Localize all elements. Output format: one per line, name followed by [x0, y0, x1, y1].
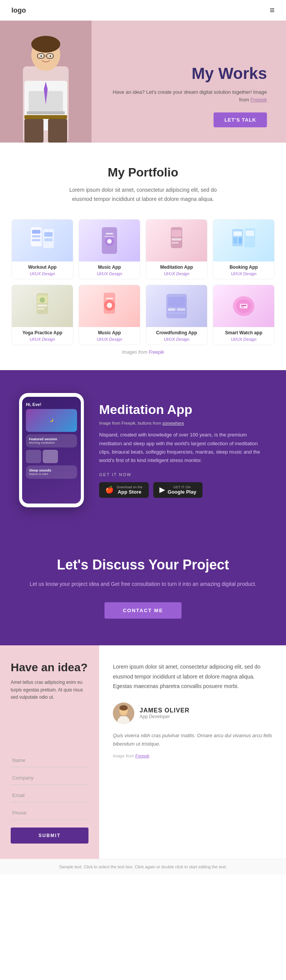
portfolio-item[interactable]: Smart Watch app UI/UX Design [213, 285, 275, 345]
play-store-button[interactable]: ▶ GET IT ON Google Play [153, 482, 202, 498]
discuss-description: Let us know your project idea and Get fr… [15, 580, 271, 589]
svg-rect-20 [32, 235, 40, 237]
svg-point-9 [50, 55, 51, 57]
svg-rect-15 [24, 119, 43, 143]
meditation-phone: Hi, Eve! 🌙 Featured session Morning medi… [19, 393, 84, 507]
portfolio-title: My Portfolio [11, 165, 275, 180]
portfolio-item[interactable]: Yoga Practice App UI/UX Design [11, 285, 73, 345]
meditation-content: Meditation App Image from Freepik, butto… [99, 402, 267, 497]
phone-dot [43, 450, 58, 463]
store-buttons: 🍎 Download on the App Store ▶ GET IT ON … [99, 482, 267, 498]
phone-card-1: Featured session Morning meditation [26, 434, 77, 447]
footer-text: Sample text. Click to select the text bo… [59, 865, 227, 869]
phone-img-block: 🌙 [26, 409, 77, 432]
portfolio-item[interactable]: Booking App UI/UX Design [213, 219, 275, 279]
portfolio-thumb-1 [12, 220, 73, 261]
author-row: JAMES OLIVER App Developer [113, 703, 272, 724]
portfolio-item-sublabel: UI/UX Design [213, 271, 274, 279]
author-img-note: Image from Freepik [113, 754, 272, 758]
portfolio-thumb-6 [79, 285, 140, 327]
portfolio-item-label: Booking App [213, 261, 274, 271]
phone-dots [26, 450, 77, 463]
portfolio-thumb-7 [146, 285, 207, 327]
svg-rect-56 [241, 305, 246, 306]
footer: Sample text. Click to select the text bo… [0, 859, 286, 874]
portfolio-thumb-8 [213, 285, 274, 327]
hero-subtitle: Have an idea? Let's create your dream di… [103, 88, 267, 103]
svg-rect-31 [172, 238, 182, 241]
svg-rect-16 [48, 119, 67, 143]
hamburger-icon[interactable]: ≡ [270, 5, 275, 15]
idea-subtitle: Amet tellus cras adipiscing enim eu turp… [11, 679, 88, 701]
submit-button[interactable]: SUBMIT [11, 828, 88, 844]
idea-title: Have an idea? [11, 661, 88, 674]
author-quote: Quis viverra nibh cras pulvinar mattis. … [113, 731, 272, 748]
svg-point-26 [107, 239, 112, 244]
freepik-link[interactable]: Freepik [135, 754, 149, 758]
meditation-title: Meditation App [99, 402, 267, 417]
svg-rect-27 [106, 233, 113, 234]
portfolio-thumb-5 [12, 285, 73, 327]
svg-rect-52 [168, 312, 185, 314]
name-input[interactable] [11, 754, 88, 767]
portfolio-grid: Workout App UI/UX Design Music App UI/UX… [11, 219, 275, 345]
hero-person-svg [8, 21, 84, 143]
svg-rect-28 [104, 236, 114, 237]
freepik-link[interactable]: somewhere [162, 421, 184, 425]
author-info: JAMES OLIVER App Developer [140, 707, 190, 719]
portfolio-images-note: Images from Freepik [11, 350, 275, 355]
svg-rect-50 [168, 308, 175, 311]
app-store-button[interactable]: 🍎 Download on the App Store [99, 482, 149, 498]
portfolio-item[interactable]: Meditation App UI/UX Design [146, 219, 207, 279]
portfolio-item-label: Meditation App [146, 261, 207, 271]
portfolio-item-label: Smart Watch app [213, 327, 274, 337]
phone-dot [26, 450, 41, 463]
svg-point-60 [119, 705, 128, 711]
phone-input[interactable] [11, 806, 88, 820]
hero-image [0, 21, 92, 143]
author-role: App Developer [140, 714, 190, 719]
portfolio-item[interactable]: Music App UI/UX Design [79, 285, 140, 345]
phone-card-2: Sleep sounds Nature & calm [26, 465, 77, 479]
portfolio-item[interactable]: Workout App UI/UX Design [11, 219, 73, 279]
svg-rect-19 [32, 230, 40, 234]
phone-greeting: Hi, Eve! [26, 402, 77, 407]
portfolio-item-label: Crowdfunding App [146, 327, 207, 337]
lets-talk-button[interactable]: LET'S TALK [214, 112, 267, 127]
svg-rect-5 [27, 111, 65, 114]
portfolio-item-sublabel: UI/UX Design [146, 337, 207, 345]
author-avatar [113, 703, 134, 724]
portfolio-item-sublabel: UI/UX Design [213, 337, 274, 345]
svg-rect-14 [24, 115, 67, 119]
idea-form: SUBMIT [11, 754, 88, 844]
svg-rect-62 [120, 716, 127, 723]
svg-point-46 [107, 303, 112, 308]
phone-screen: Hi, Eve! 🌙 Featured session Morning medi… [22, 397, 81, 504]
portfolio-item-label: Music App [79, 327, 140, 337]
portfolio-item[interactable]: Crowdfunding App UI/UX Design [146, 285, 207, 345]
svg-rect-21 [32, 239, 40, 241]
svg-rect-22 [44, 232, 53, 237]
play-icon: ▶ [159, 486, 165, 494]
freepik-link[interactable]: Freepik [149, 350, 164, 355]
company-input[interactable] [11, 771, 88, 785]
idea-section: Have an idea? Amet tellus cras adipiscin… [0, 645, 286, 859]
portfolio-item-sublabel: UI/UX Design [12, 337, 73, 345]
email-input[interactable] [11, 789, 88, 802]
portfolio-item[interactable]: Music App UI/UX Design [79, 219, 140, 279]
svg-rect-37 [233, 237, 237, 244]
discuss-title: Let's Discuss Your Project [15, 557, 271, 573]
portfolio-item-sublabel: UI/UX Design [12, 271, 73, 279]
play-store-labels: GET IT ON Google Play [168, 485, 196, 495]
portfolio-item-sublabel: UI/UX Design [146, 271, 207, 279]
svg-rect-47 [106, 298, 113, 299]
freepik-link[interactable]: Freepik [251, 97, 267, 103]
apple-icon: 🍎 [105, 486, 114, 494]
svg-point-8 [40, 55, 42, 57]
svg-rect-49 [168, 297, 185, 307]
svg-rect-36 [246, 231, 254, 236]
discuss-section: Let's Discuss Your Project Let us know y… [0, 530, 286, 646]
meditation-description: Nispand, created with knowledge of over … [99, 431, 267, 464]
contact-me-button[interactable]: CONTACT ME [104, 602, 182, 619]
portfolio-thumb-2 [79, 220, 140, 261]
